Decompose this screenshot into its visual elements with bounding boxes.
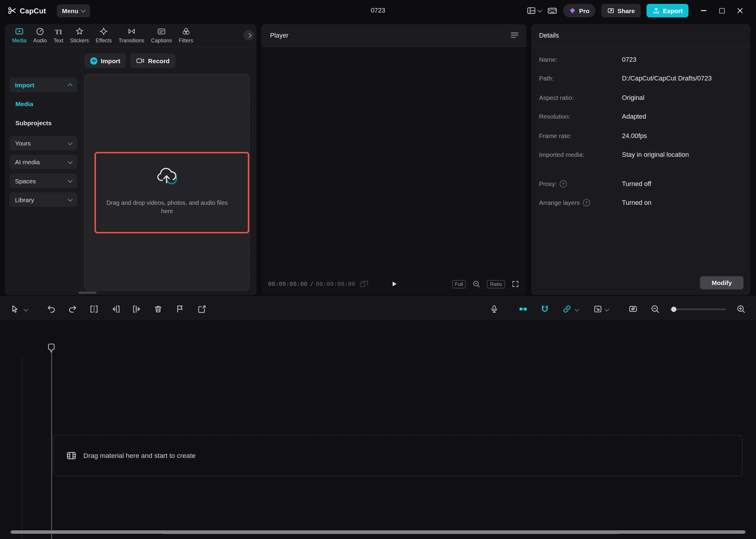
details-title: Details — [539, 32, 559, 39]
timeline-dropzone[interactable]: Drag material here and start to create — [53, 435, 743, 476]
ratio-badge[interactable]: Ratio — [487, 280, 505, 288]
filmstrip-icon — [66, 450, 77, 461]
split-clip-button[interactable] — [89, 304, 99, 314]
dropzone-content: Drag and drop videos, photos, and audio … — [107, 166, 228, 215]
preview-axis-toggle[interactable] — [518, 304, 528, 314]
capcut-window: CapCut Menu 0723 — [0, 0, 756, 539]
tab-filters[interactable]: Filters — [175, 24, 196, 47]
timeline-zoom-slider[interactable] — [670, 306, 726, 312]
delete-right-button[interactable] — [132, 304, 142, 314]
close-button[interactable] — [731, 0, 749, 21]
details-row-frame-rate: Frame rate: 24.00fps — [539, 132, 744, 143]
share-button[interactable]: Share — [601, 4, 641, 17]
zoom-out-button[interactable] — [650, 304, 660, 314]
timeline-section: Drag material here and start to create — [0, 296, 756, 539]
app-name: CapCut — [20, 7, 46, 15]
tab-media[interactable]: Media — [9, 24, 30, 47]
export-icon — [652, 7, 660, 15]
more-tabs-button[interactable] — [244, 30, 254, 40]
tab-effects[interactable]: Effects — [92, 24, 115, 47]
delete-left-button[interactable] — [111, 304, 120, 314]
tab-captions[interactable]: Captions — [148, 24, 175, 47]
extract-frame-button[interactable] — [197, 304, 206, 314]
sidebar-item-media[interactable]: Media — [16, 100, 34, 107]
details-row-arrange-layers: Arrange layers ? Turned on — [539, 199, 744, 210]
camera-icon — [136, 57, 145, 65]
help-icon[interactable]: ? — [583, 199, 590, 206]
maximize-button[interactable] — [713, 0, 731, 21]
preview-zoom-icon[interactable] — [472, 280, 481, 288]
timeline-toolbar — [0, 299, 756, 319]
track-layout-menu[interactable] — [593, 304, 602, 314]
minimize-button[interactable] — [694, 0, 713, 21]
sidebar-group-spaces[interactable]: Spaces — [10, 174, 77, 188]
record-button[interactable]: Record — [130, 54, 176, 68]
window-controls — [694, 0, 749, 21]
select-tool-button[interactable] — [10, 304, 20, 314]
media-library-panel: Media Audio TI Text — [5, 24, 257, 295]
tab-stickers[interactable]: Stickers — [67, 24, 92, 47]
player-right-controls: Full Ratio — [452, 280, 520, 288]
slider-track[interactable] — [670, 309, 726, 310]
redo-button[interactable] — [68, 304, 78, 314]
captions-icon — [157, 28, 166, 36]
player-controls-bar: 00:00:00:00 / 00:00:00:00 Full Rati — [262, 273, 527, 295]
modify-button[interactable]: Modify — [700, 276, 743, 289]
titlebar-right-controls: Pro Share Export — [526, 0, 749, 21]
sidebar-item-subprojects[interactable]: Subprojects — [16, 119, 51, 127]
full-quality-badge[interactable]: Full — [452, 280, 466, 288]
undo-button[interactable] — [46, 304, 56, 314]
player-title: Player — [270, 32, 289, 39]
fullscreen-icon[interactable] — [511, 280, 520, 288]
record-voiceover-button[interactable] — [490, 304, 499, 314]
sticker-star-icon — [75, 28, 84, 36]
sidebar-horizontal-scrollbar[interactable] — [79, 291, 97, 293]
auto-link-toggle[interactable] — [562, 304, 572, 314]
title-bar: CapCut Menu 0723 — [0, 0, 756, 21]
frame-preview-icon[interactable] — [359, 280, 368, 287]
tab-text[interactable]: TI Text — [50, 24, 66, 47]
timeline-horizontal-scrollbar[interactable] — [11, 530, 746, 534]
sidebar-group-ai-media[interactable]: AI media — [10, 155, 77, 169]
export-button[interactable]: Export — [646, 4, 689, 17]
effects-sparkle-icon — [99, 28, 109, 36]
import-button[interactable]: Import — [84, 54, 126, 68]
track-layout-chevron[interactable] — [605, 305, 608, 313]
menu-button[interactable]: Menu — [57, 4, 90, 17]
details-row-path: Path: D:/CapCut/CapCut Drafts/0723 — [539, 75, 744, 86]
play-button[interactable] — [390, 280, 398, 288]
details-row-proxy: Proxy: ? Turned off — [539, 180, 744, 191]
capcut-logo: CapCut — [8, 7, 46, 15]
marker-flag-button[interactable] — [175, 304, 185, 314]
playhead-line[interactable] — [51, 352, 51, 539]
pro-button[interactable]: Pro — [563, 4, 595, 17]
zoom-in-button[interactable] — [736, 304, 746, 314]
playhead-handle[interactable] — [48, 344, 55, 353]
text-icon: TI — [55, 28, 62, 36]
sidebar-group-library[interactable]: Library — [10, 192, 77, 207]
player-menu-icon[interactable] — [511, 32, 519, 39]
details-panel: Details Name: 0723 Path: D:/CapCut/CapCu… — [531, 24, 750, 295]
details-header: Details — [531, 24, 750, 47]
magnet-snap-toggle[interactable] — [540, 304, 550, 314]
media-dropzone[interactable]: Drag and drop videos, photos, and audio … — [84, 74, 250, 291]
timeline-canvas[interactable]: Drag material here and start to create — [0, 320, 756, 539]
shortcuts-keyboard-button[interactable] — [547, 6, 558, 15]
slider-handle[interactable] — [671, 306, 676, 312]
tab-audio[interactable]: Audio — [30, 24, 50, 47]
timeline-drop-hint: Drag material here and start to create — [84, 452, 195, 459]
tab-transitions[interactable]: Transitions — [115, 24, 148, 47]
sidebar-group-yours[interactable]: Yours — [10, 136, 77, 151]
select-tool-chevron[interactable] — [24, 305, 28, 313]
help-icon[interactable]: ? — [560, 180, 567, 188]
sidebar-item-import[interactable]: Import — [10, 78, 77, 92]
render-preview-button[interactable] — [628, 304, 638, 314]
layout-switch-button[interactable] — [526, 6, 541, 15]
chevron-down-icon — [68, 159, 72, 164]
share-icon — [607, 7, 615, 15]
delete-button[interactable] — [153, 304, 163, 314]
link-options-chevron[interactable] — [575, 305, 578, 313]
chevron-down-icon — [81, 7, 86, 12]
chevron-down-icon — [68, 178, 72, 183]
details-row-aspect-ratio: Aspect ratio: Original — [539, 94, 744, 105]
